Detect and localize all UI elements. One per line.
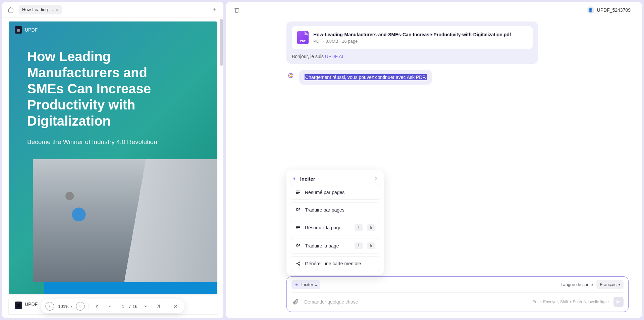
input-area: ✦. Inciter ▴ Langue de sortie Français ▾… xyxy=(286,276,629,312)
user-menu[interactable]: 👤 UPDF_5243709 ⌄ xyxy=(587,6,636,14)
prompt-popup: ✦. Inciter × Résumé par pages Traduire p… xyxy=(286,170,384,275)
user-avatar-icon: 👤 xyxy=(587,6,594,14)
close-popup-button[interactable]: × xyxy=(375,176,378,182)
zoom-level: 101% xyxy=(58,304,69,309)
pdf-file-icon: PDF xyxy=(297,31,309,44)
sparkle-icon: ✦. xyxy=(295,282,299,287)
top-bar: 👤 UPDF_5243709 ⌄ xyxy=(226,2,642,18)
chat-input[interactable] xyxy=(304,299,528,305)
first-page-button[interactable] xyxy=(93,302,102,311)
file-meta: PDF · 3.8MB · 16 page xyxy=(313,39,511,44)
chevron-down-icon: ▾ xyxy=(619,283,620,286)
svg-point-9 xyxy=(299,262,300,263)
lang-badge: fr xyxy=(367,224,375,231)
svg-rect-4 xyxy=(296,193,299,194)
chevron-down-icon: ⌄ xyxy=(633,8,636,12)
svg-rect-2 xyxy=(296,191,300,191)
zoom-dropdown-icon[interactable]: ▾ xyxy=(70,305,72,308)
pdf-viewport[interactable]: ▦ UPDF How Leading Manufacturers and SME… xyxy=(2,17,223,318)
close-tab-icon[interactable]: × xyxy=(56,7,58,12)
svg-point-0 xyxy=(288,73,293,78)
mindmap-icon xyxy=(295,261,301,267)
pdf-page-1: ▦ UPDF How Leading Manufacturers and SME… xyxy=(9,21,217,294)
user-name: UPDF_5243709 xyxy=(597,7,631,13)
page-input[interactable] xyxy=(119,304,127,309)
prompt-translate-pages[interactable]: Traduire par pages xyxy=(290,202,380,217)
updf-ai-link[interactable]: UPDF AI xyxy=(325,54,343,59)
chevron-up-icon: ▴ xyxy=(315,283,317,286)
inciter-label: Inciter xyxy=(301,282,313,287)
svg-rect-6 xyxy=(296,227,300,228)
chat-panel: 👤 UPDF_5243709 ⌄ PDF How-Leading-Manufac… xyxy=(226,2,642,318)
svg-point-1 xyxy=(290,75,292,77)
pdf-hero-image xyxy=(33,159,217,282)
send-button[interactable] xyxy=(613,297,624,307)
prompt-label: Générer une carte mentale xyxy=(305,261,361,266)
svg-rect-7 xyxy=(296,229,299,229)
zoom-out-button[interactable]: − xyxy=(76,302,85,311)
prompt-translate-page[interactable]: Traduire la page 1 fr xyxy=(290,238,380,254)
close-toolbar-button[interactable]: ✕ xyxy=(171,302,180,311)
lang-value: Français xyxy=(600,282,616,287)
prompt-resume-pages[interactable]: Résumé par pages xyxy=(290,185,380,200)
tab-title: How-Leading-... xyxy=(22,7,53,12)
list-icon xyxy=(295,189,301,195)
attach-button[interactable] xyxy=(291,298,300,306)
svg-point-8 xyxy=(296,263,297,264)
svg-rect-5 xyxy=(296,226,300,227)
page-badge: 1 xyxy=(355,224,363,231)
inciter-chip[interactable]: ✦. Inciter ▴ xyxy=(291,280,320,289)
welcome-message: PDF How-Leading-Manufacturers-and-SMEs-C… xyxy=(286,21,538,64)
status-message: Chargement réussi, vous pouvez continuer… xyxy=(286,70,538,85)
page-toolbar: + 101% ▾ − / 16 ✕ xyxy=(41,299,184,313)
scrollbar-thumb[interactable] xyxy=(220,19,223,66)
last-page-button[interactable] xyxy=(154,302,163,311)
page-badge: 1 xyxy=(355,242,363,249)
document-tab[interactable]: How-Leading-... × xyxy=(19,5,62,14)
translate-icon xyxy=(295,243,301,249)
prompt-label: Traduire par pages xyxy=(305,207,344,213)
add-tab-button[interactable]: + xyxy=(209,4,220,15)
page-total: 16 xyxy=(132,304,137,309)
greeting-text: Bonjour, je suis UPDF AI xyxy=(292,54,533,59)
pdf-subtitle: Become the Winner of Industry 4.0 Revolu… xyxy=(9,132,217,159)
svg-point-10 xyxy=(299,265,300,266)
page-sep: / xyxy=(129,304,131,309)
delete-button[interactable] xyxy=(232,5,241,15)
next-page-button[interactable] xyxy=(142,302,150,311)
list-icon xyxy=(295,225,301,231)
prev-page-button[interactable] xyxy=(106,302,115,311)
pdf-brand: UPDF xyxy=(25,27,38,33)
pdf-panel: How-Leading-... × + ▦ UPDF How Leading M… xyxy=(2,2,223,318)
prompt-label: Traduire la page xyxy=(305,243,351,248)
svg-rect-3 xyxy=(296,192,300,193)
prompt-mindmap[interactable]: Générer une carte mentale xyxy=(290,256,380,271)
translate-icon xyxy=(295,207,301,213)
home-button[interactable] xyxy=(5,4,16,15)
lang-badge: fr xyxy=(367,242,375,249)
prompt-label: Résumé par pages xyxy=(305,190,344,195)
lang-label: Langue de sortie xyxy=(560,282,593,287)
updf-logo-icon: ▦ xyxy=(15,302,22,309)
ai-avatar-icon xyxy=(286,71,295,80)
file-card[interactable]: PDF How-Leading-Manufacturers-and-SMEs-C… xyxy=(292,26,533,49)
zoom-in-button[interactable]: + xyxy=(45,302,54,311)
popup-title: Inciter xyxy=(300,176,372,182)
file-name: How-Leading-Manufacturers-and-SMEs-Can-I… xyxy=(313,32,511,37)
language-selector[interactable]: Français ▾ xyxy=(596,280,624,289)
tab-bar: How-Leading-... × + xyxy=(2,2,223,17)
pdf-title: How Leading Manufacturers and SMEs Can I… xyxy=(9,38,197,132)
prompt-label: Résumez la page xyxy=(305,225,351,230)
status-text: Chargement réussi, vous pouvez continuer… xyxy=(305,74,427,80)
pdf-brand: UPDF xyxy=(25,302,38,307)
prompt-resume-page[interactable]: Résumez la page 1 fr xyxy=(290,220,380,235)
updf-logo-icon: ▦ xyxy=(15,26,22,34)
input-hint: Enter Envoyer; Shift + Enter Nouvelle li… xyxy=(532,300,609,304)
sparkle-icon: ✦. xyxy=(292,176,298,181)
